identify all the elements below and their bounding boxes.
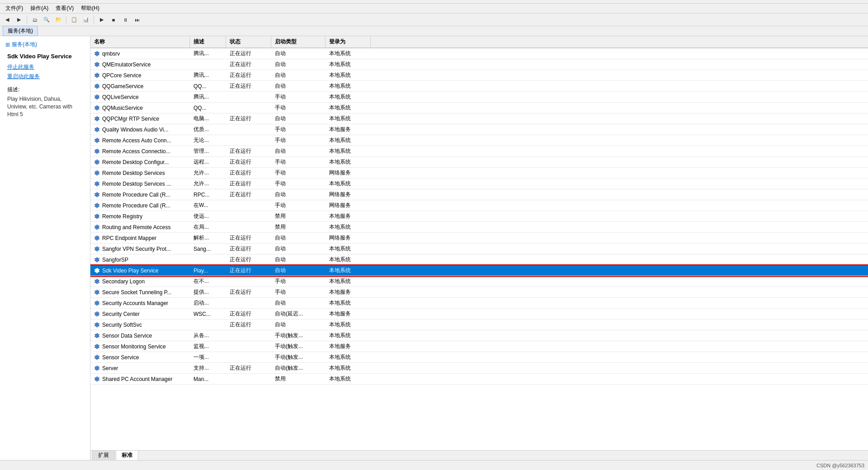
table-row[interactable]: Security Accounts Manager启动...自动本地系统 [90, 298, 868, 309]
service-name-text: QQPCMgr RTP Service [102, 116, 159, 122]
service-icon [94, 116, 100, 122]
cell-status [226, 298, 271, 308]
desc-text: Play Hikvision, Dahua, Uniview, etc. Cam… [7, 95, 83, 118]
cell-starttype: 自动 [271, 81, 326, 91]
table-row[interactable]: SangforSP正在运行自动本地系统 [90, 254, 868, 265]
menu-item-V[interactable]: 查看(V) [52, 4, 77, 13]
table-row[interactable]: Security SoftSvc正在运行自动本地系统 [90, 320, 868, 330]
cell-starttype: 自动 [271, 244, 326, 254]
service-icon [94, 322, 100, 328]
cell-status: 正在运行 [226, 287, 271, 297]
table-row[interactable]: Remote Desktop Services允许...正在运行手动网络服务 [90, 168, 868, 179]
cell-name: QQGameService [90, 81, 190, 91]
cell-starttype: 自动 [271, 59, 326, 70]
service-name-text: Security SoftSvc [102, 322, 142, 328]
table-row[interactable]: QQPCMgr RTP Service电脑...正在运行自动本地系统 [90, 113, 868, 124]
table-row[interactable]: Sangfor VPN Security Prot...Sang...正在运行自… [90, 244, 868, 254]
sidebar-tree-services[interactable]: ⊞ 服务(本地) [4, 40, 86, 49]
table-row[interactable]: Routing and Remote Access在局...禁用本地系统 [90, 222, 868, 233]
table-row[interactable]: Sensor Data Service从各...手动(触发...本地系统 [90, 330, 868, 341]
service-icon [94, 268, 100, 274]
minimize-button[interactable]: — [802, 0, 823, 4]
menu-item-F[interactable]: 文件(F) [2, 4, 27, 13]
table-row[interactable]: Remote Access Connectio...管理...正在运行自动本地系… [90, 146, 868, 157]
table-row[interactable]: Security CenterWSC...正在运行自动(延迟...本地服务 [90, 309, 868, 320]
toolbar-search[interactable]: 🔍 [41, 15, 52, 25]
service-name-text: Sdk Video Play Service [102, 268, 159, 274]
toolbar-properties[interactable]: 📋 [69, 15, 80, 25]
cell-desc: 在不... [190, 276, 226, 287]
cell-name: Security Center [90, 309, 190, 319]
sidebar-tree-icon: ⊞ [5, 42, 10, 48]
header-logon[interactable]: 登录为 [326, 36, 371, 47]
cell-desc: 解析... [190, 233, 226, 243]
service-icon [94, 257, 100, 263]
table-row[interactable]: Remote Procedure Call (R...RPC...正在运行自动网… [90, 189, 868, 200]
toolbar-back[interactable]: ◀ [2, 15, 13, 25]
services-table[interactable]: 名称 描述 状态 启动类型 登录为 qmbsrv腾讯...正在运行自动本地系统 … [90, 36, 868, 450]
toolbar-stop[interactable]: ■ [108, 15, 119, 25]
table-row[interactable]: Quality Windows Audio Vi...优质...手动本地服务 [90, 124, 868, 135]
header-starttype[interactable]: 启动类型 [271, 36, 326, 47]
header-status[interactable]: 状态 [226, 36, 271, 47]
service-name-text: Remote Desktop Services [102, 170, 165, 176]
cell-desc: QQ... [190, 103, 226, 113]
nav-label[interactable]: 服务(本地) [3, 26, 38, 36]
toolbar-play[interactable]: ▶ [96, 15, 107, 25]
table-row[interactable]: Shared PC Account ManagerMan...禁用本地系统 [90, 374, 868, 385]
restart-service-link[interactable]: 重启动此服务 [7, 73, 83, 80]
table-row[interactable]: Remote Desktop Configur...远程...正在运行手动本地系… [90, 157, 868, 168]
table-row[interactable]: Remote Desktop Services ...允许...正在运行手动本地… [90, 179, 868, 189]
cell-status [226, 222, 271, 232]
header-desc[interactable]: 描述 [190, 36, 226, 47]
toolbar-forward[interactable]: ▶ [14, 15, 24, 25]
toolbar-views[interactable]: 📊 [80, 15, 91, 25]
table-row[interactable]: Sensor Service一项...手动(触发...本地系统 [90, 352, 868, 363]
cell-desc [190, 254, 226, 265]
stop-service-link[interactable]: 停止此服务 [7, 63, 83, 71]
table-row[interactable]: Secure Socket Tunneling P...提供...正在运行手动本… [90, 287, 868, 298]
tab-expand[interactable]: 扩展 [92, 450, 115, 460]
cell-status [226, 330, 271, 341]
table-row[interactable]: Remote Access Auto Conn...无论...手动本地系统 [90, 135, 868, 146]
table-row[interactable]: Server支持...正在运行自动(触发...本地系统 [90, 363, 868, 374]
service-name-text: SangforSP [102, 257, 128, 263]
content-area: 名称 描述 状态 启动类型 登录为 qmbsrv腾讯...正在运行自动本地系统 … [90, 36, 868, 460]
service-name-text: Remote Desktop Configur... [102, 159, 169, 165]
toolbar-pause[interactable]: ⏸ [120, 15, 131, 25]
toolbar-folders[interactable]: 📁 [53, 15, 64, 25]
table-row[interactable]: QPCore Service腾讯...正在运行自动本地系统 [90, 70, 868, 81]
table-row[interactable]: Remote Procedure Call (R...在W...手动网络服务 [90, 200, 868, 211]
table-row[interactable]: Sensor Monitoring Service监视...手动(触发...本地… [90, 341, 868, 352]
cell-status [226, 211, 271, 221]
cell-desc: Play... [190, 265, 226, 276]
table-row[interactable]: QQMusicServiceQQ...手动本地系统 [90, 103, 868, 113]
table-row[interactable]: Secondary Logon在不...手动本地系统 [90, 276, 868, 287]
cell-name: Remote Registry [90, 211, 190, 221]
cell-desc: WSC... [190, 309, 226, 319]
table-row[interactable]: QMEmulatorService正在运行自动本地系统 [90, 59, 868, 70]
menu-item-A[interactable]: 操作(A) [27, 4, 52, 13]
cell-desc: 一项... [190, 352, 226, 362]
table-row[interactable]: Sdk Video Play ServicePlay...正在运行自动本地系统 [90, 265, 868, 276]
service-name-text: Remote Access Connectio... [102, 148, 170, 155]
table-row[interactable]: Remote Registry使远...禁用本地服务 [90, 211, 868, 222]
cell-status: 正在运行 [226, 320, 271, 330]
table-row[interactable]: RPC Endpoint Mapper解析...正在运行自动网络服务 [90, 233, 868, 244]
cell-desc: 管理... [190, 146, 226, 156]
cell-logon: 本地系统 [326, 179, 371, 189]
menu-bar: 文件(F)操作(A)查看(V)帮助(H) [0, 4, 868, 14]
cell-status [226, 103, 271, 113]
table-row[interactable]: QQGameServiceQQ...正在运行自动本地系统 [90, 81, 868, 92]
table-row[interactable]: qmbsrv腾讯...正在运行自动本地系统 [90, 48, 868, 59]
table-row[interactable]: QQLiveService腾讯...手动本地系统 [90, 92, 868, 103]
cell-name: Remote Access Auto Conn... [90, 135, 190, 146]
menu-item-H[interactable]: 帮助(H) [77, 4, 103, 13]
maximize-button[interactable]: □ [823, 0, 844, 4]
cell-logon: 本地系统 [326, 81, 371, 91]
toolbar-up[interactable]: 🗂 [29, 15, 40, 25]
header-name[interactable]: 名称 [90, 36, 190, 47]
toolbar-restart[interactable]: ⏭ [132, 15, 142, 25]
close-button[interactable]: ✕ [844, 0, 864, 4]
tab-standard[interactable]: 标准 [116, 450, 138, 460]
